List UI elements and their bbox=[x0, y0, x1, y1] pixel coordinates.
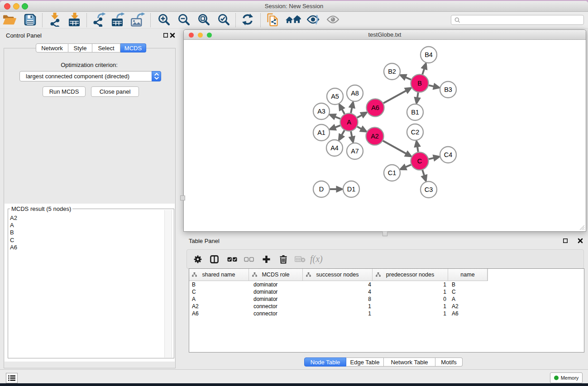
svg-text:A7: A7 bbox=[351, 148, 359, 155]
svg-text:C1: C1 bbox=[388, 169, 397, 176]
svg-text:C2: C2 bbox=[411, 129, 420, 136]
svg-text:C3: C3 bbox=[425, 186, 433, 193]
svg-text:A2: A2 bbox=[371, 133, 379, 140]
svg-text:C4: C4 bbox=[444, 151, 453, 158]
svg-text:B2: B2 bbox=[388, 68, 396, 75]
svg-text:C: C bbox=[417, 157, 422, 165]
svg-text:D: D bbox=[319, 186, 324, 193]
svg-text:B3: B3 bbox=[444, 86, 452, 93]
svg-text:A: A bbox=[347, 119, 351, 126]
svg-text:B4: B4 bbox=[425, 51, 433, 58]
svg-text:A1: A1 bbox=[317, 129, 325, 136]
svg-text:A4: A4 bbox=[330, 144, 339, 152]
svg-text:A6: A6 bbox=[371, 104, 379, 111]
svg-text:A8: A8 bbox=[351, 90, 359, 97]
svg-text:D1: D1 bbox=[347, 186, 356, 193]
svg-text:B: B bbox=[417, 80, 422, 87]
svg-text:B1: B1 bbox=[411, 109, 419, 116]
svg-text:A5: A5 bbox=[331, 93, 339, 100]
svg-text:A3: A3 bbox=[317, 108, 325, 115]
